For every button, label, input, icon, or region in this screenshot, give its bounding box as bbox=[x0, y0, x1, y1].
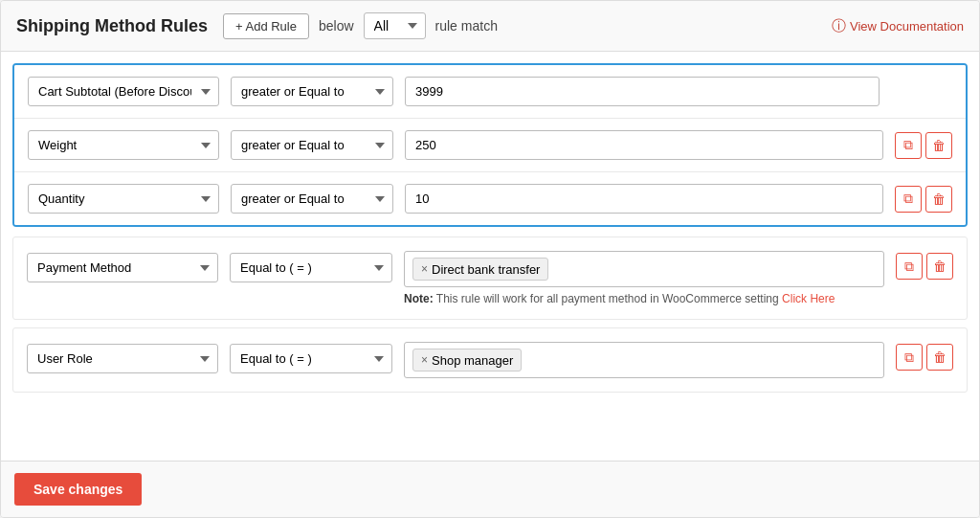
rule-match-label: rule match bbox=[435, 18, 498, 34]
value-input-3[interactable] bbox=[405, 184, 883, 214]
info-icon: ⓘ bbox=[832, 17, 846, 35]
view-documentation-link[interactable]: ⓘ View Documentation bbox=[832, 17, 964, 35]
list-item: × Direct bank transfer bbox=[412, 258, 548, 281]
footer: Save changes bbox=[1, 461, 979, 517]
action-icons-2: ⧉ 🗑 bbox=[895, 132, 952, 159]
condition-select-3[interactable]: Quantity Cart Subtotal (Before Discour W… bbox=[28, 184, 219, 214]
list-item: × Shop manager bbox=[412, 349, 522, 372]
page-title: Shipping Method Rules bbox=[16, 16, 208, 36]
operator-select-1[interactable]: greater or Equal to less or Equal to Equ… bbox=[231, 77, 393, 106]
tag-remove-icon[interactable]: × bbox=[421, 262, 428, 276]
value-input-2[interactable] bbox=[405, 130, 883, 160]
operator-select-4[interactable]: Equal to ( = ) greater or Equal to less … bbox=[230, 253, 392, 282]
view-docs-text: View Documentation bbox=[850, 19, 964, 34]
note-body: This rule will work for all payment meth… bbox=[436, 292, 782, 305]
tags-container-4[interactable]: × Direct bank transfer bbox=[404, 251, 884, 287]
table-row: Cart Subtotal (Before Discour Weight Qua… bbox=[14, 65, 966, 119]
plain-rules-section: Payment Method Cart Subtotal (Before Dis… bbox=[12, 236, 968, 393]
bordered-rules-section: Cart Subtotal (Before Discour Weight Qua… bbox=[12, 63, 968, 227]
delete-button-2[interactable]: 🗑 bbox=[925, 132, 952, 159]
condition-select-2[interactable]: Weight Cart Subtotal (Before Discour Qua… bbox=[28, 130, 219, 160]
delete-button-5[interactable]: 🗑 bbox=[926, 344, 953, 371]
table-row: Payment Method Cart Subtotal (Before Dis… bbox=[12, 236, 968, 320]
tags-container-5[interactable]: × Shop manager bbox=[404, 342, 884, 378]
operator-select-3[interactable]: greater or Equal to less or Equal to Equ… bbox=[231, 184, 393, 214]
delete-button-3[interactable]: 🗑 bbox=[925, 186, 952, 213]
table-row: Weight Cart Subtotal (Before Discour Qua… bbox=[14, 119, 966, 172]
add-rule-button[interactable]: + Add Rule bbox=[223, 13, 309, 39]
save-changes-button[interactable]: Save changes bbox=[14, 473, 142, 506]
table-row: User Role Cart Subtotal (Before Discour … bbox=[12, 327, 968, 393]
operator-select-5[interactable]: Equal to ( = ) greater or Equal to less … bbox=[230, 344, 392, 373]
note-link[interactable]: Click Here bbox=[782, 292, 835, 305]
tags-area-5: × Shop manager bbox=[404, 342, 884, 378]
note-prefix: Note: bbox=[404, 292, 434, 305]
delete-button-4[interactable]: 🗑 bbox=[926, 253, 953, 280]
operator-select-2[interactable]: greater or Equal to less or Equal to Equ… bbox=[231, 130, 393, 160]
condition-select-1[interactable]: Cart Subtotal (Before Discour Weight Qua… bbox=[28, 77, 219, 106]
tag-label: Shop manager bbox=[432, 353, 513, 368]
copy-button-5[interactable]: ⧉ bbox=[896, 344, 923, 371]
copy-button-2[interactable]: ⧉ bbox=[895, 132, 922, 159]
tag-label: Direct bank transfer bbox=[432, 262, 540, 277]
note-text-4: Note: This rule will work for all paymen… bbox=[404, 292, 884, 305]
tags-area-4: × Direct bank transfer Note: This rule w… bbox=[404, 251, 884, 305]
match-select[interactable]: All Any bbox=[364, 12, 426, 39]
copy-button-4[interactable]: ⧉ bbox=[896, 253, 923, 280]
tag-remove-icon[interactable]: × bbox=[421, 353, 428, 367]
action-icons-3: ⧉ 🗑 bbox=[895, 186, 952, 213]
condition-select-5[interactable]: User Role Cart Subtotal (Before Discour … bbox=[27, 344, 218, 373]
condition-select-4[interactable]: Payment Method Cart Subtotal (Before Dis… bbox=[27, 253, 218, 282]
table-row: Quantity Cart Subtotal (Before Discour W… bbox=[14, 172, 966, 225]
copy-button-3[interactable]: ⧉ bbox=[895, 186, 922, 213]
action-icons-4: ⧉ 🗑 bbox=[896, 253, 953, 280]
below-label: below bbox=[319, 18, 354, 34]
action-icons-5: ⧉ 🗑 bbox=[896, 344, 953, 371]
value-input-1[interactable] bbox=[405, 77, 880, 106]
